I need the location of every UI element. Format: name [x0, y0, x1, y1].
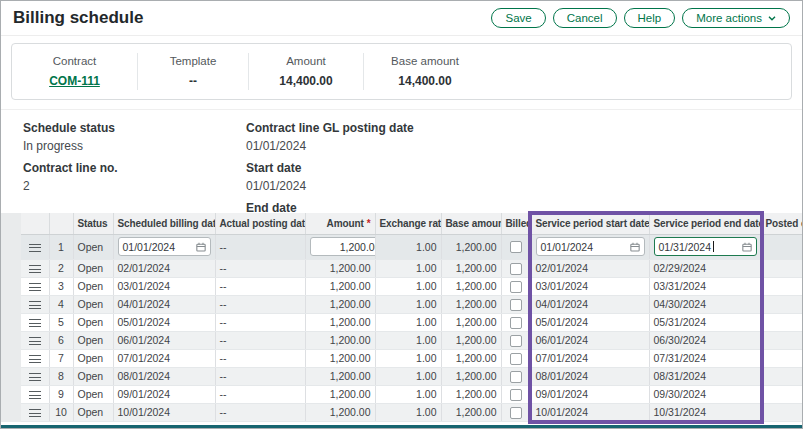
- cell-scheduled-billing-date: 05/01/2024: [113, 313, 215, 331]
- service-period-start-input[interactable]: 01/01/2024: [536, 237, 645, 256]
- help-button[interactable]: Help: [624, 8, 676, 28]
- cell-num: 2: [49, 259, 73, 277]
- cell-posted-exchange-rate: --: [761, 313, 803, 331]
- toolbar: Save Cancel Help More actions: [491, 8, 790, 28]
- amount-input[interactable]: 1,200.00: [310, 237, 376, 256]
- details-right-column: Contract line GL posting date 01/01/2024…: [246, 121, 414, 213]
- more-actions-button[interactable]: More actions: [682, 8, 790, 28]
- drag-handle-icon[interactable]: [29, 409, 41, 417]
- bottom-accent-bar: [1, 425, 802, 428]
- column-label: Exchange rate: [380, 218, 442, 229]
- column-header-status[interactable]: Status: [73, 213, 113, 234]
- schedule-details: Schedule status In progress Contract lin…: [1, 109, 802, 213]
- left-gutter: [1, 213, 21, 422]
- drag-handle-icon[interactable]: [29, 373, 41, 381]
- cell-service-period-start: 09/01/2024: [531, 385, 649, 403]
- amount-value: 14,400.00: [279, 74, 332, 88]
- billed-checkbox[interactable]: [510, 353, 522, 365]
- billed-checkbox[interactable]: [510, 263, 522, 275]
- billed-checkbox[interactable]: [510, 335, 522, 347]
- billed-checkbox[interactable]: [510, 317, 522, 329]
- drag-handle-icon[interactable]: [29, 265, 41, 273]
- cell-exchange-rate: 1.00: [375, 259, 441, 277]
- column-header-posted-exchange-rate[interactable]: Posted exchange rate: [761, 213, 803, 234]
- page-title: Billing schedule: [13, 8, 143, 28]
- billing-schedule-page: Billing schedule Save Cancel Help More a…: [0, 0, 803, 429]
- save-button[interactable]: Save: [491, 8, 545, 28]
- billed-checkbox[interactable]: [510, 241, 522, 253]
- cell-exchange-rate: 1.00: [375, 295, 441, 313]
- cell-amount: 1,200.00: [305, 349, 375, 367]
- billed-checkbox[interactable]: [510, 389, 522, 401]
- table-row: 9Open09/01/2024--1,200.001.001,200.0009/…: [21, 385, 803, 403]
- cell-base-amount: 1,200.00: [441, 259, 501, 277]
- cell-drag: [21, 295, 49, 313]
- cell-posted-exchange-rate: --: [761, 403, 803, 421]
- table-row: 5Open05/01/2024--1,200.001.001,200.0005/…: [21, 313, 803, 331]
- column-header-service-period-end[interactable]: Service period end date: [649, 213, 761, 234]
- cell-base-amount: 1,200.00: [441, 349, 501, 367]
- table-row: 3Open03/01/2024--1,200.001.001,200.0003/…: [21, 277, 803, 295]
- table-row: 10Open10/01/2024--1,200.001.001,200.0010…: [21, 403, 803, 421]
- drag-handle-icon[interactable]: [29, 283, 41, 291]
- cell-service-period-end: 07/31/2024: [649, 349, 761, 367]
- table-row: 2Open02/01/2024--1,200.001.001,200.0002/…: [21, 259, 803, 277]
- calendar-icon: [196, 242, 206, 252]
- column-header-scheduled-billing-date[interactable]: Scheduled billing date*: [113, 213, 215, 234]
- column-header-service-period-start[interactable]: Service period start date: [531, 213, 649, 234]
- cell-drag: [21, 277, 49, 295]
- cell-billed: [501, 349, 531, 367]
- column-header-actual-posting-date[interactable]: Actual posting date: [215, 213, 305, 234]
- drag-handle-icon[interactable]: [29, 355, 41, 363]
- cell-base-amount: 1,200.00: [441, 385, 501, 403]
- cell-posted-exchange-rate: --: [761, 259, 803, 277]
- contract-link[interactable]: COM-111: [49, 74, 100, 88]
- column-header-amount[interactable]: Amount*: [305, 213, 375, 234]
- cell-service-period-start: 01/01/2024: [531, 234, 649, 259]
- billed-checkbox[interactable]: [510, 407, 522, 419]
- summary-template: Template --: [138, 44, 248, 99]
- drag-handle-icon[interactable]: [29, 244, 41, 252]
- contract-line-no-value: 2: [23, 179, 246, 193]
- drag-handle-icon[interactable]: [29, 301, 41, 309]
- cell-base-amount: 1,200.00: [441, 403, 501, 421]
- column-header-billed[interactable]: Billed: [501, 213, 531, 234]
- input-value: 01/31/2024: [659, 241, 712, 253]
- cell-exchange-rate: 1.00: [375, 403, 441, 421]
- cell-service-period-end: 01/31/2024: [649, 234, 761, 259]
- schedule-status-value: In progress: [23, 139, 246, 153]
- column-header-num: [49, 213, 73, 234]
- drag-handle-icon[interactable]: [29, 391, 41, 399]
- scheduled-billing-date-input[interactable]: 01/01/2024: [118, 237, 211, 256]
- cell-billed: [501, 259, 531, 277]
- cell-status: Open: [73, 313, 113, 331]
- column-header-base-amount[interactable]: Base amount: [441, 213, 501, 234]
- cell-scheduled-billing-date: 03/01/2024: [113, 277, 215, 295]
- column-label: Status: [78, 218, 108, 229]
- column-header-drag: [21, 213, 49, 234]
- cell-num: 9: [49, 385, 73, 403]
- summary-amount: Amount 14,400.00: [249, 44, 363, 99]
- cell-amount: 1,200.00: [305, 313, 375, 331]
- billed-checkbox[interactable]: [510, 299, 522, 311]
- cell-service-period-end: 06/30/2024: [649, 331, 761, 349]
- column-header-exchange-rate[interactable]: Exchange rate: [375, 213, 441, 234]
- cell-drag: [21, 234, 49, 259]
- amount-label: Amount: [286, 55, 326, 67]
- cell-num: 4: [49, 295, 73, 313]
- cell-amount: 1,200.00: [305, 331, 375, 349]
- cell-status: Open: [73, 234, 113, 259]
- contract-line-no-field: Contract line no. 2: [23, 161, 246, 193]
- cancel-button[interactable]: Cancel: [553, 8, 617, 28]
- cell-amount: 1,200.00: [305, 403, 375, 421]
- cell-service-period-start: 04/01/2024: [531, 295, 649, 313]
- cell-scheduled-billing-date: 02/01/2024: [113, 259, 215, 277]
- drag-handle-icon[interactable]: [29, 319, 41, 327]
- cell-drag: [21, 403, 49, 421]
- cell-billed: [501, 234, 531, 259]
- cell-service-period-end: 05/31/2024: [649, 313, 761, 331]
- billed-checkbox[interactable]: [510, 371, 522, 383]
- drag-handle-icon[interactable]: [29, 337, 41, 345]
- billed-checkbox[interactable]: [510, 281, 522, 293]
- service-period-end-input[interactable]: 01/31/2024: [654, 237, 757, 256]
